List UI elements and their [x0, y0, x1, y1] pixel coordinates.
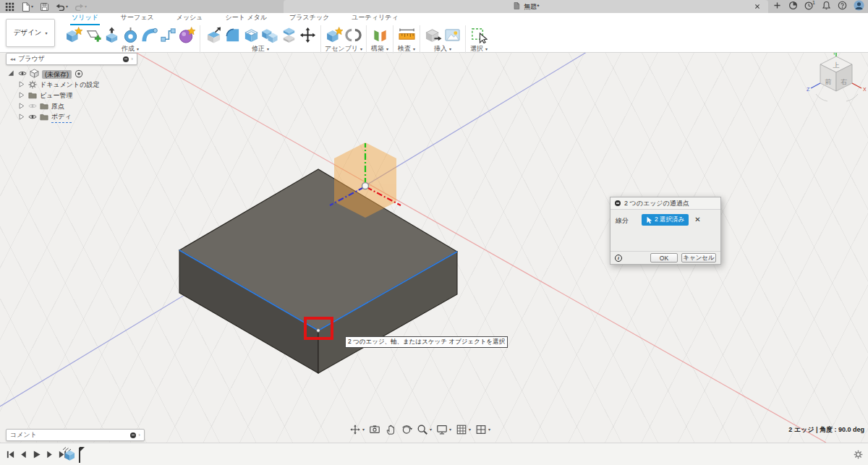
close-tab-icon[interactable] [752, 1, 762, 12]
save-icon[interactable] [38, 0, 51, 13]
help-icon[interactable] [838, 0, 847, 13]
tab-メッシュ[interactable]: メッシュ [175, 13, 205, 25]
play-icon[interactable] [32, 449, 41, 462]
step-forward-icon[interactable] [45, 449, 54, 462]
browser-row-ビュー管理[interactable]: ビュー管理 [7, 90, 137, 101]
file-icon[interactable]: ▾ [19, 0, 35, 13]
group-label-検査[interactable]: 検査▾ [398, 44, 415, 54]
chevron-down-icon: ▾ [45, 31, 47, 35]
new-tab-icon[interactable] [773, 0, 782, 13]
browser-row-ボディ[interactable]: ボディ [7, 112, 137, 123]
row-label: ボディ [51, 112, 72, 123]
workspace-dropdown[interactable]: デザイン ▾ [6, 19, 55, 47]
browser-row-ドキュメントの設定[interactable]: ドキュメントの設定 [7, 80, 137, 90]
browser-options-icon[interactable] [123, 56, 129, 62]
chevron-right-icon[interactable]: › [131, 56, 133, 62]
group-label-アセンブリ[interactable]: アセンブリ▾ [325, 44, 362, 54]
select-button[interactable] [469, 25, 488, 44]
tab-ユーティリティ[interactable]: ユーティリティ [350, 13, 399, 25]
expand-icon[interactable] [17, 102, 25, 111]
notifications-icon[interactable] [822, 0, 831, 13]
browser-row-(未保存)[interactable]: (未保存) [7, 69, 137, 80]
browser-row-原点[interactable]: 原点 [7, 101, 137, 112]
create-form-button[interactable] [177, 25, 196, 44]
move-button[interactable] [298, 25, 317, 44]
cancel-button[interactable]: キャンセル [681, 253, 716, 263]
timeline-settings-gear-icon[interactable] [854, 449, 863, 462]
activate-component-icon[interactable] [75, 69, 83, 80]
sweep-button[interactable] [140, 25, 158, 44]
tab-ソリッド[interactable]: ソリッド [70, 13, 100, 25]
zoom-icon[interactable]: ▾ [417, 424, 432, 435]
orbit-icon[interactable]: ▾ [349, 424, 365, 435]
group-label-選択[interactable]: 選択▾ [470, 44, 488, 54]
dialog-point-through-two-edges: 2 つのエッジの通過点 線分 2 選択済み ✕ i OK キャンセル [610, 197, 721, 265]
measure-button[interactable] [397, 25, 416, 44]
group-label-構築[interactable]: 構築▾ [371, 44, 388, 54]
combine-button[interactable] [260, 25, 279, 44]
comment-panel[interactable]: コメント › [6, 429, 145, 441]
expand-icon[interactable] [17, 113, 25, 122]
joint-button[interactable] [344, 25, 362, 44]
split-body-button[interactable] [279, 25, 298, 44]
recent-icon[interactable]: 1 [804, 0, 815, 13]
expand-icon[interactable] [7, 69, 15, 79]
job-status-icon[interactable] [788, 0, 798, 13]
document-tab[interactable]: 無題* [284, 0, 768, 13]
grid-display-icon[interactable]: ▾ [456, 424, 471, 435]
tab-プラスチック[interactable]: プラスチック [288, 13, 331, 25]
dialog-titlebar[interactable]: 2 つのエッジの通過点 [610, 197, 720, 210]
tab-サーフェス[interactable]: サーフェス [119, 13, 156, 25]
fillet-button[interactable] [223, 25, 242, 44]
assembly-component-button[interactable] [325, 25, 344, 44]
eye-icon[interactable] [28, 113, 37, 123]
skip-start-icon[interactable] [6, 449, 15, 462]
timeline-position-marker[interactable] [77, 445, 85, 465]
insert-image-button[interactable] [443, 25, 461, 44]
step-back-icon[interactable] [19, 449, 28, 462]
ribbon-group-検査: 検査▾ [393, 25, 420, 54]
group-label-挿入[interactable]: 挿入▾ [434, 44, 451, 54]
origin-point[interactable] [362, 183, 369, 189]
viewcube[interactable]: 上 前 右 Y Z X [806, 49, 868, 111]
collapse-icon[interactable]: ◂◂ [10, 56, 15, 62]
avatar-icon[interactable] [854, 0, 864, 14]
pan-icon[interactable] [385, 424, 396, 435]
browser-header[interactable]: ◂◂ ブラウザ › [6, 53, 137, 65]
redo-icon[interactable]: ▾ [72, 0, 89, 13]
viewports-icon[interactable]: ▾ [475, 424, 490, 435]
viewport-3d[interactable]: ◂◂ ブラウザ › (未保存)ドキュメントの設定ビュー管理原点ボディ 2 つのエ… [0, 52, 868, 443]
ok-button[interactable]: OK [650, 253, 678, 263]
selection-count-button[interactable]: 2 選択済み [642, 214, 689, 226]
chevron-right-icon[interactable]: › [138, 432, 140, 438]
display-settings-icon[interactable]: ▾ [436, 424, 451, 435]
undo-icon[interactable]: ▾ [54, 0, 70, 13]
insert-derive-button[interactable] [424, 25, 443, 44]
expand-icon[interactable] [17, 91, 25, 101]
recent-badge: 1 [812, 0, 815, 5]
create-sketch-button[interactable] [83, 25, 102, 44]
look-at-icon[interactable] [369, 424, 380, 435]
press-pull-button[interactable] [204, 25, 223, 44]
construction-plane-button[interactable] [370, 25, 389, 44]
clear-selection-icon[interactable]: ✕ [694, 214, 700, 223]
comment-options-icon[interactable] [130, 432, 136, 438]
selection-row-label: 線分 [616, 214, 642, 226]
revolve-button[interactable] [121, 25, 140, 44]
group-label-作成[interactable]: 作成▾ [122, 44, 139, 54]
new-component-button[interactable] [64, 25, 83, 44]
document-title: 無題* [524, 2, 540, 12]
pipe-button[interactable] [158, 25, 177, 44]
expand-icon[interactable] [17, 80, 25, 90]
group-label-修正[interactable]: 修正▾ [252, 44, 269, 54]
dialog-grip-icon[interactable] [615, 200, 621, 206]
tab-シート メタル[interactable]: シート メタル [224, 13, 269, 25]
info-icon[interactable]: i [615, 255, 622, 262]
eye-off-icon[interactable] [28, 102, 37, 112]
free-orbit-icon[interactable] [401, 424, 412, 435]
timeline-feature-box-icon[interactable] [62, 446, 77, 464]
extrude-button[interactable] [102, 25, 121, 44]
shell-button[interactable] [242, 25, 260, 44]
app-grid-icon[interactable] [3, 0, 17, 13]
eye-icon[interactable] [18, 69, 27, 80]
